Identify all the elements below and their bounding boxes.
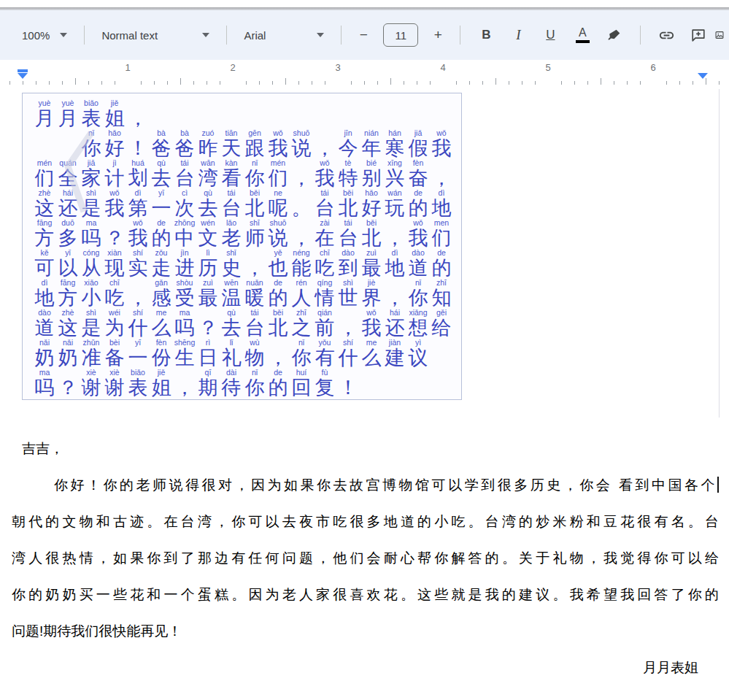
annotated-character: fù复 [313, 368, 336, 398]
insert-link-button[interactable] [650, 21, 682, 49]
decrease-font-size-button[interactable]: − [351, 21, 376, 49]
highlight-color-button[interactable] [598, 21, 630, 49]
annotated-character: wǒ我 [126, 218, 150, 248]
annotated-character: xiǎo小 [80, 278, 103, 308]
annotated-character: nǐ你 [243, 368, 266, 398]
annotated-character: nuǎn暖 [243, 278, 266, 308]
reply-line[interactable]: 湾人很热情，如果你到了那边有任何问题，他们会耐心帮你解答的。关于礼物，我觉得你可… [12, 540, 719, 577]
reply-line[interactable]: 问题!期待我们很快能再见！ [12, 613, 719, 650]
annotated-character: chī吃 [103, 278, 126, 308]
annotated-character: de的 [406, 188, 430, 218]
annotated-character: yě也 [266, 248, 290, 278]
ruler-tick [601, 78, 601, 85]
first-line-indent-marker[interactable] [18, 69, 28, 72]
annotated-character: tái台 [313, 188, 336, 218]
annotated-character: 。 [290, 188, 313, 218]
ruler-tick [246, 81, 247, 85]
annotated-character: hái还 [383, 308, 406, 338]
font-size-input[interactable] [383, 23, 418, 47]
add-comment-button[interactable] [682, 21, 714, 49]
annotated-character: wù物 [243, 338, 266, 368]
ruler-tick [88, 81, 89, 85]
annotated-character: zài在 [313, 218, 336, 248]
annotated-character: ！ [336, 368, 360, 398]
bold-button[interactable]: B [470, 21, 502, 49]
reply-text-area[interactable]: 吉吉， 你好！你的老师说得很对，因为如果你去故宫博物馆可以学到很多历史，你会 看… [12, 431, 719, 686]
ruler-tick [285, 78, 286, 85]
paragraph-style-select[interactable]: Normal text [94, 21, 217, 49]
underline-button[interactable]: U [534, 21, 566, 49]
ruler-tick [259, 81, 260, 85]
reply-line[interactable]: 朝代的文物和古迹。在台湾，你可以去夜市吃很多地道的小吃。台湾的炒米粉和豆花很有名… [12, 504, 719, 540]
annotated-character: néng能 [290, 248, 313, 278]
reply-greeting[interactable]: 吉吉， [22, 431, 719, 467]
annotated-character: ma吗 [173, 308, 196, 338]
annotated-character: gēn跟 [243, 128, 266, 158]
insert-image-button[interactable] [714, 21, 725, 49]
ruler-tick [509, 81, 509, 85]
font-family-value: Arial [244, 29, 266, 42]
annotated-character: zuì最 [360, 248, 383, 278]
annotated-character: tè特 [336, 158, 360, 188]
annotated-character: qián前 [313, 308, 336, 338]
ruler-tick [666, 81, 667, 85]
letter-line: nǐ你hǎo好 ！bà爸bà爸zuó昨tiān天gēn跟wǒ我shuō说 ，jī… [80, 128, 461, 158]
ruler-inch-label: 5 [540, 62, 556, 73]
annotated-character: wǒ我 [266, 128, 290, 158]
annotated-character: yī一 [150, 188, 173, 218]
annotated-character: ， [243, 248, 266, 278]
annotated-character: jīn今 [336, 128, 360, 158]
annotated-character: xiè谢 [80, 368, 103, 398]
annotated-character: nǐ你 [80, 128, 103, 158]
annotated-character: duō多 [56, 218, 80, 248]
font-family-select[interactable]: Arial [236, 21, 331, 49]
reply-line[interactable]: 你好！你的老师说得很对，因为如果你去故宫博物馆可以学到很多历史，你会 看到中国各… [12, 467, 719, 504]
ruler: 123456 [0, 60, 729, 89]
right-indent-marker[interactable] [698, 73, 708, 79]
ruler-tick [469, 81, 470, 85]
letter-line: ma吗 ？xiè谢xiè谢biǎo表jiě姐 ，qī期dài待nǐ你de的huí… [33, 368, 461, 398]
annotated-character: de的 [430, 248, 453, 278]
reply-paragraph: 你好！你的老师说得很对，因为如果你去故宫博物馆可以学到很多历史，你会 看到中国各… [12, 467, 719, 650]
letter-line: fāng方duō多ma吗 ？wǒ我de的zhōng中wén文lǎo老shī师sh… [33, 218, 461, 248]
annotated-character: nǎi奶 [33, 338, 56, 368]
window-top-strip [0, 0, 729, 7]
annotated-character: dì地 [383, 248, 406, 278]
toolbar-divider [226, 26, 227, 45]
left-indent-marker[interactable] [18, 73, 28, 79]
annotated-character: biǎo表 [126, 368, 150, 398]
pinyin-letter-image[interactable]: yuè月yuè月biǎo表jiě姐 ，nǐ你hǎo好 ！bà爸bà爸zuó昨ti… [22, 93, 462, 400]
ruler-tick [587, 81, 588, 85]
annotated-character: yì议 [406, 338, 430, 368]
annotated-character: jiě姐 [150, 368, 173, 398]
ruler-tick [167, 81, 168, 85]
ruler-tick [390, 78, 391, 85]
annotated-character: tái台 [220, 188, 243, 218]
text-color-icon: A [576, 27, 590, 43]
italic-button[interactable]: I [502, 21, 534, 49]
ruler-tick [364, 81, 365, 85]
annotated-character: dào到 [336, 248, 360, 278]
annotated-character: ？ [196, 308, 220, 338]
reply-line[interactable]: 你的奶奶买一些花和一个蛋糕。因为老人家很喜欢花。这些就是我的建议。我希望我回答了… [12, 577, 719, 613]
minus-icon: − [360, 27, 368, 43]
ruler-tick [456, 81, 457, 85]
document-page[interactable]: yuè月yuè月biǎo表jiě姐 ，nǐ你hǎo好 ！bà爸bà爸zuó昨ti… [0, 89, 729, 700]
increase-font-size-button[interactable]: + [425, 21, 450, 49]
bold-icon: B [482, 28, 490, 42]
add-comment-icon [690, 27, 706, 43]
annotated-character: qī期 [196, 368, 220, 398]
ruler-tick [180, 78, 181, 85]
letter-line: dì地fāng方xiǎo小chī吃 ，gǎn感shòu受zuì最wēn温nuǎn… [33, 278, 461, 308]
letter-line: nǎi奶nǎi奶zhǔn准bèi备yī一fèn份shēng生rì日lǐ礼wù物 … [33, 338, 461, 368]
annotated-character: wǒ我 [360, 308, 383, 338]
zoom-select[interactable]: 100% [15, 21, 74, 49]
annotated-character: zuì最 [196, 278, 220, 308]
annotated-character: yǒu有 [313, 338, 336, 368]
reply-signature[interactable]: 月月表姐 [12, 650, 719, 686]
ruler-tick [627, 81, 628, 85]
annotated-character: ma吗 [80, 218, 103, 248]
text-color-button[interactable]: A [566, 21, 598, 49]
ruler-inch-label: 4 [435, 62, 451, 73]
annotated-character: jiǎ假 [406, 128, 430, 158]
